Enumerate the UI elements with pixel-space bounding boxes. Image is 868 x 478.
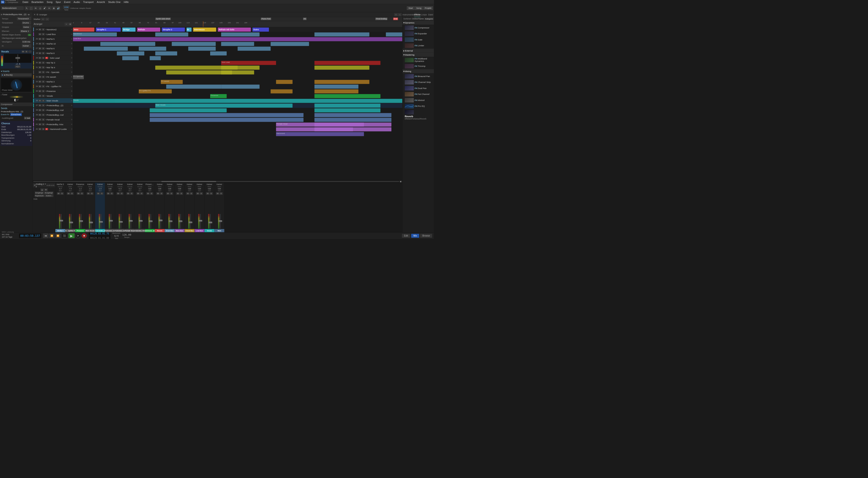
ch-solo-btn[interactable]: S — [140, 192, 143, 195]
track-mute-btn[interactable]: M — [38, 90, 41, 92]
channel-fader-area[interactable] — [178, 195, 181, 229]
rewind-btn[interactable]: ⏪ — [49, 233, 55, 238]
track-solo-btn[interactable]: S — [42, 104, 45, 106]
track-menu-icon[interactable]: ≡ — [71, 95, 72, 97]
channel-fader-track[interactable] — [170, 214, 171, 229]
select-tool[interactable]: ⬚ — [29, 6, 33, 10]
channel-fader-track[interactable] — [81, 214, 82, 229]
close-arranger-btn[interactable]: ✕ — [34, 13, 35, 16]
clip[interactable]: Main Vocals — [155, 104, 293, 108]
clip[interactable] — [315, 61, 380, 65]
zoom-out-btn[interactable]: − — [398, 13, 402, 16]
add-track-btn[interactable]: + — [65, 23, 68, 26]
sends-header[interactable]: Sends — [1, 107, 32, 110]
fader-area[interactable] — [4, 54, 32, 63]
clip[interactable]: FX-Specials — [73, 75, 84, 79]
ch-mute-btn[interactable]: M — [206, 192, 209, 195]
channel-pan-value[interactable]: <C> — [185, 190, 194, 192]
projekt-btn[interactable]: Projekt — [423, 6, 433, 10]
track-solo-btn[interactable]: S — [42, 118, 45, 121]
channel-fader-track[interactable] — [91, 214, 92, 229]
track-solo-btn[interactable]: S — [42, 61, 45, 64]
track-mute-btn[interactable]: M — [38, 38, 41, 40]
ch-solo-btn[interactable]: S — [120, 192, 123, 195]
clip[interactable]: FX swosh — [161, 80, 183, 84]
track-row[interactable]: 35MSPresence≡ — [33, 89, 73, 94]
track-mute-btn[interactable]: M — [38, 114, 41, 116]
mixer-channel[interactable]: KeinerVocals+0.3<C>MSProtected..rcel — [115, 183, 125, 232]
channel-fader-track[interactable] — [120, 214, 121, 229]
clip[interactable] — [150, 108, 227, 113]
remove-marker-btn[interactable]: − — [45, 18, 49, 21]
track-mute-btn[interactable]: M — [38, 76, 41, 78]
track-menu-icon[interactable]: ≡ — [71, 43, 72, 45]
track-row[interactable]: MSFX - Specials≡ — [33, 70, 73, 74]
track-solo-btn[interactable]: S — [42, 99, 45, 102]
channel-fader-thumb[interactable] — [219, 221, 222, 222]
channel-pan-value[interactable]: <C> — [135, 190, 145, 192]
channel-fader-thumb[interactable] — [89, 222, 93, 223]
ch-mute-btn[interactable]: M — [147, 192, 150, 195]
ch-mute-btn[interactable]: M — [87, 192, 90, 195]
split-tool[interactable]: ✂ — [47, 6, 51, 10]
scroll-thumb[interactable] — [161, 181, 216, 182]
bedienelement-dropdown[interactable]: Bedienelement — [1, 6, 24, 10]
track-mute-btn[interactable]: M — [38, 71, 41, 73]
tab-effekte[interactable]: Effekte — [414, 12, 421, 17]
channel-pan-value[interactable]: <C> — [205, 190, 214, 192]
fx-gate[interactable]: FXGate — [402, 37, 434, 43]
track-menu-icon[interactable]: ≡ — [71, 109, 72, 111]
track-solo-btn[interactable]: S — [42, 38, 45, 40]
clip[interactable]: Nanotron2 — [73, 33, 117, 37]
track-mute-btn[interactable]: M — [38, 52, 41, 54]
pan-value[interactable]: <C> — [15, 65, 21, 68]
clip[interactable] — [315, 118, 392, 122]
menu-song[interactable]: Song — [46, 0, 53, 4]
track-solo-btn[interactable]: S — [42, 52, 45, 54]
channel-fader-area[interactable] — [188, 195, 191, 229]
channel-fader-track[interactable] — [180, 214, 181, 229]
track-row[interactable]: 40MSFemale Vocal≡ — [33, 117, 73, 122]
track-solo-btn[interactable]: S — [42, 42, 45, 45]
track-solo-btn[interactable]: S — [42, 76, 45, 78]
track-solo-btn[interactable]: S — [42, 123, 45, 125]
ch-mute-btn[interactable]: M — [57, 192, 60, 195]
clip[interactable] — [150, 56, 161, 60]
track-row[interactable]: 34MSFX - Uplifter FX≡ — [33, 84, 73, 89]
channel-fader-area[interactable] — [218, 195, 221, 229]
pencil-tool[interactable]: ✏ — [34, 6, 38, 10]
track-mute-btn[interactable]: M — [38, 66, 41, 68]
ch-mute-btn[interactable]: M — [136, 192, 140, 195]
ch-mute-btn[interactable]: M — [77, 192, 80, 195]
cursor-tool[interactable]: ↖ — [25, 6, 29, 10]
clip[interactable] — [315, 85, 359, 89]
track-solo-btn[interactable]: S — [42, 90, 45, 92]
channel-pan-value[interactable]: <C> — [145, 190, 154, 192]
category-mastering[interactable]: ▾ Mastering — [402, 53, 434, 57]
ch-mute-btn[interactable]: M — [176, 192, 180, 195]
mixer-channel[interactable]: KeinerMain0dB<C>MSLead Bus — [194, 183, 205, 232]
track-solo-btn[interactable]: S — [42, 85, 45, 88]
clip[interactable] — [221, 85, 260, 89]
track-mute-btn[interactable]: M — [38, 118, 41, 121]
ch-mute-btn[interactable]: M — [156, 192, 159, 195]
pro-eq-insert[interactable]: ● ● Pro EQ — [1, 73, 32, 77]
track-row[interactable]: 37MSProtectedbyy...(2)≡ — [33, 103, 73, 108]
clip[interactable]: Lead Bus — [73, 37, 402, 41]
ch-solo-btn[interactable]: S — [200, 192, 203, 195]
channel-fader-track[interactable] — [140, 214, 141, 229]
track-row[interactable]: 28MSMaiTai 8≡ — [33, 51, 73, 56]
clip[interactable] — [100, 42, 155, 46]
start-btn[interactable]: Start — [407, 6, 414, 10]
fx-dual-pan[interactable]: FXDual Pan — [402, 85, 434, 92]
mixer-channel[interactable]: KeinerMain-3.3<C>MSMain Vocals — [85, 183, 95, 232]
clip[interactable] — [84, 47, 128, 51]
clip[interactable] — [315, 90, 359, 94]
category-mixing[interactable]: ▾ Mixing — [402, 69, 434, 73]
track-menu-icon[interactable]: ≡ — [71, 90, 72, 92]
channel-fader-thumb[interactable] — [119, 221, 123, 223]
channel-fader-area[interactable] — [69, 195, 72, 229]
track-solo-btn[interactable]: S — [42, 109, 45, 111]
sort-value[interactable]: Ordner/Name — [412, 18, 424, 20]
channel-fader-thumb[interactable] — [59, 220, 63, 221]
